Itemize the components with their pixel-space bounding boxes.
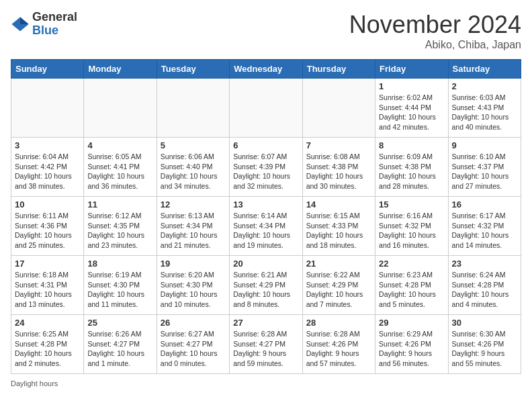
day-number: 13	[233, 199, 298, 210]
day-info: Sunrise: 6:20 AM Sunset: 4:30 PM Dayligh…	[161, 270, 226, 310]
day-number: 29	[379, 318, 444, 328]
day-info: Sunrise: 6:22 AM Sunset: 4:29 PM Dayligh…	[306, 270, 371, 310]
day-number: 10	[15, 199, 80, 210]
day-info: Sunrise: 6:25 AM Sunset: 4:28 PM Dayligh…	[15, 329, 80, 369]
calendar-cell: 3Sunrise: 6:04 AM Sunset: 4:42 PM Daylig…	[11, 138, 84, 197]
calendar-cell: 19Sunrise: 6:20 AM Sunset: 4:30 PM Dayli…	[157, 256, 229, 315]
day-info: Sunrise: 6:18 AM Sunset: 4:31 PM Dayligh…	[15, 270, 80, 310]
day-number: 19	[161, 259, 226, 269]
calendar-cell	[302, 79, 375, 138]
calendar-cell	[157, 79, 229, 138]
day-info: Sunrise: 6:13 AM Sunset: 4:34 PM Dayligh…	[161, 211, 226, 250]
col-header-wednesday: Wednesday	[230, 60, 302, 79]
calendar-cell: 11Sunrise: 6:12 AM Sunset: 4:35 PM Dayli…	[84, 197, 157, 256]
week-row-5: 24Sunrise: 6:25 AM Sunset: 4:28 PM Dayli…	[11, 315, 521, 374]
calendar-cell: 27Sunrise: 6:28 AM Sunset: 4:27 PM Dayli…	[230, 315, 302, 374]
day-info: Sunrise: 6:08 AM Sunset: 4:38 PM Dayligh…	[306, 152, 371, 191]
calendar-cell: 21Sunrise: 6:22 AM Sunset: 4:29 PM Dayli…	[302, 256, 375, 315]
day-number: 21	[306, 259, 371, 269]
calendar-cell: 23Sunrise: 6:24 AM Sunset: 4:28 PM Dayli…	[448, 256, 521, 315]
day-info: Sunrise: 6:14 AM Sunset: 4:34 PM Dayligh…	[233, 211, 298, 250]
title-area: November 2024 Abiko, Chiba, Japan	[349, 11, 521, 51]
day-number: 6	[233, 140, 298, 150]
calendar-cell: 29Sunrise: 6:29 AM Sunset: 4:26 PM Dayli…	[375, 315, 448, 374]
calendar-cell: 5Sunrise: 6:06 AM Sunset: 4:40 PM Daylig…	[157, 138, 229, 197]
day-number: 7	[306, 140, 371, 150]
calendar-cell	[11, 79, 84, 138]
day-info: Sunrise: 6:10 AM Sunset: 4:37 PM Dayligh…	[452, 152, 517, 191]
calendar-cell: 6Sunrise: 6:07 AM Sunset: 4:39 PM Daylig…	[230, 138, 302, 197]
day-number: 5	[161, 140, 226, 150]
day-number: 28	[306, 318, 371, 328]
calendar-cell: 30Sunrise: 6:30 AM Sunset: 4:26 PM Dayli…	[448, 315, 521, 374]
day-info: Sunrise: 6:06 AM Sunset: 4:40 PM Dayligh…	[161, 152, 226, 191]
day-number: 27	[233, 318, 298, 328]
day-info: Sunrise: 6:15 AM Sunset: 4:33 PM Dayligh…	[306, 211, 371, 250]
header: General Blue November 2024 Abiko, Chiba,…	[11, 11, 521, 51]
calendar-cell: 12Sunrise: 6:13 AM Sunset: 4:34 PM Dayli…	[157, 197, 229, 256]
day-number: 11	[87, 199, 152, 210]
day-info: Sunrise: 6:04 AM Sunset: 4:42 PM Dayligh…	[15, 152, 80, 191]
day-info: Sunrise: 6:11 AM Sunset: 4:36 PM Dayligh…	[15, 211, 80, 250]
day-info: Sunrise: 6:09 AM Sunset: 4:38 PM Dayligh…	[379, 152, 444, 191]
day-number: 24	[15, 318, 80, 328]
day-number: 3	[15, 140, 80, 150]
day-number: 30	[452, 318, 517, 328]
calendar-cell: 20Sunrise: 6:21 AM Sunset: 4:29 PM Dayli…	[230, 256, 302, 315]
week-row-1: 1Sunrise: 6:02 AM Sunset: 4:44 PM Daylig…	[11, 79, 521, 138]
calendar-cell: 10Sunrise: 6:11 AM Sunset: 4:36 PM Dayli…	[11, 197, 84, 256]
location-title: Abiko, Chiba, Japan	[349, 39, 521, 51]
calendar-cell: 1Sunrise: 6:02 AM Sunset: 4:44 PM Daylig…	[375, 79, 448, 138]
day-info: Sunrise: 6:30 AM Sunset: 4:26 PM Dayligh…	[452, 329, 517, 369]
day-number: 4	[87, 140, 152, 150]
calendar-cell	[230, 79, 302, 138]
calendar-cell: 2Sunrise: 6:03 AM Sunset: 4:43 PM Daylig…	[448, 79, 521, 138]
calendar-cell: 22Sunrise: 6:23 AM Sunset: 4:28 PM Dayli…	[375, 256, 448, 315]
day-info: Sunrise: 6:26 AM Sunset: 4:27 PM Dayligh…	[87, 329, 152, 369]
day-number: 18	[87, 259, 152, 269]
week-row-3: 10Sunrise: 6:11 AM Sunset: 4:36 PM Dayli…	[11, 197, 521, 256]
day-info: Sunrise: 6:27 AM Sunset: 4:27 PM Dayligh…	[161, 329, 226, 369]
day-number: 20	[233, 259, 298, 269]
daylight-hours-label: Daylight hours	[11, 379, 58, 387]
logo: General Blue	[11, 11, 77, 38]
calendar-cell: 25Sunrise: 6:26 AM Sunset: 4:27 PM Dayli…	[84, 315, 157, 374]
col-header-sunday: Sunday	[11, 60, 84, 79]
logo-blue-text: Blue	[32, 24, 77, 38]
calendar-cell: 28Sunrise: 6:28 AM Sunset: 4:26 PM Dayli…	[302, 315, 375, 374]
col-header-saturday: Saturday	[448, 60, 521, 79]
day-info: Sunrise: 6:03 AM Sunset: 4:43 PM Dayligh…	[452, 93, 517, 132]
col-header-thursday: Thursday	[302, 60, 375, 79]
month-title: November 2024	[349, 11, 521, 39]
day-number: 23	[452, 259, 517, 269]
day-number: 26	[161, 318, 226, 328]
day-number: 16	[452, 199, 517, 210]
day-info: Sunrise: 6:28 AM Sunset: 4:26 PM Dayligh…	[306, 329, 371, 369]
svg-marker-1	[20, 17, 29, 24]
logo-icon	[11, 15, 30, 34]
day-info: Sunrise: 6:24 AM Sunset: 4:28 PM Dayligh…	[452, 270, 517, 310]
logo-general-text: General	[32, 11, 77, 24]
day-info: Sunrise: 6:21 AM Sunset: 4:29 PM Dayligh…	[233, 270, 298, 310]
day-info: Sunrise: 6:05 AM Sunset: 4:41 PM Dayligh…	[87, 152, 152, 191]
col-header-tuesday: Tuesday	[157, 60, 229, 79]
footer-note: Daylight hours	[11, 379, 521, 387]
calendar-cell: 8Sunrise: 6:09 AM Sunset: 4:38 PM Daylig…	[375, 138, 448, 197]
col-header-friday: Friday	[375, 60, 448, 79]
logo-text: General Blue	[32, 11, 77, 38]
day-number: 25	[87, 318, 152, 328]
calendar-cell: 9Sunrise: 6:10 AM Sunset: 4:37 PM Daylig…	[448, 138, 521, 197]
day-number: 9	[452, 140, 517, 150]
calendar-cell	[84, 79, 157, 138]
week-row-2: 3Sunrise: 6:04 AM Sunset: 4:42 PM Daylig…	[11, 138, 521, 197]
calendar-table: SundayMondayTuesdayWednesdayThursdayFrid…	[11, 59, 521, 374]
calendar-header-row: SundayMondayTuesdayWednesdayThursdayFrid…	[11, 60, 521, 79]
calendar-cell: 26Sunrise: 6:27 AM Sunset: 4:27 PM Dayli…	[157, 315, 229, 374]
calendar-cell: 13Sunrise: 6:14 AM Sunset: 4:34 PM Dayli…	[230, 197, 302, 256]
day-number: 1	[379, 81, 444, 91]
day-info: Sunrise: 6:23 AM Sunset: 4:28 PM Dayligh…	[379, 270, 444, 310]
calendar-cell: 15Sunrise: 6:16 AM Sunset: 4:32 PM Dayli…	[375, 197, 448, 256]
day-number: 14	[306, 199, 371, 210]
day-info: Sunrise: 6:16 AM Sunset: 4:32 PM Dayligh…	[379, 211, 444, 250]
day-number: 22	[379, 259, 444, 269]
